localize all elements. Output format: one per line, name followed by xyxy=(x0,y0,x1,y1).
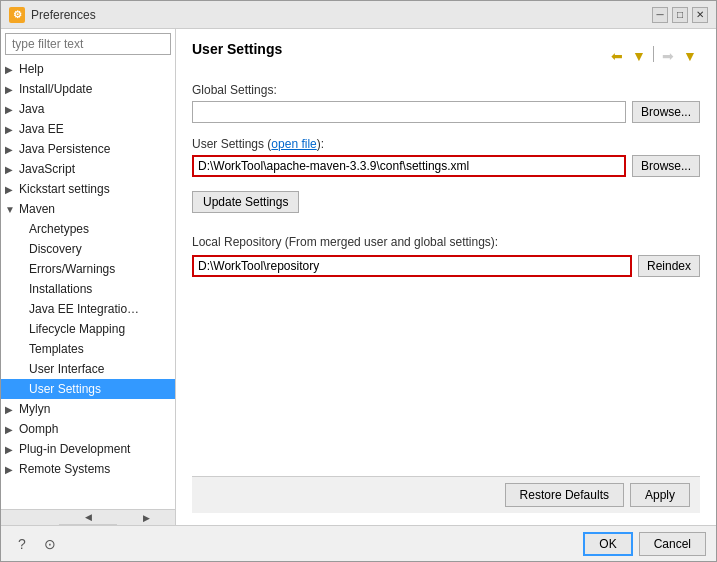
sidebar-item-javascript[interactable]: ▶ JavaScript xyxy=(1,159,175,179)
sidebar-item-label: Help xyxy=(19,62,44,76)
sidebar-item-archetypes[interactable]: Archetypes xyxy=(1,219,175,239)
ok-button[interactable]: OK xyxy=(583,532,632,556)
info-icon: ⊙ xyxy=(44,536,56,552)
title-bar: ⚙ Preferences ─ □ ✕ xyxy=(1,1,716,29)
content-bottom-toolbar: Restore Defaults Apply xyxy=(192,476,700,513)
minimize-button[interactable]: ─ xyxy=(652,7,668,23)
update-settings-button[interactable]: Update Settings xyxy=(192,191,299,213)
page-title: User Settings xyxy=(192,41,282,57)
sidebar-item-label: Mylyn xyxy=(19,402,50,416)
sidebar-item-label: Templates xyxy=(29,342,84,356)
sidebar-item-plugin-dev[interactable]: ▶ Plug-in Development xyxy=(1,439,175,459)
user-settings-input[interactable] xyxy=(192,155,626,177)
sidebar-item-label: Oomph xyxy=(19,422,58,436)
sidebar-item-label: Archetypes xyxy=(29,222,89,236)
preferences-window: ⚙ Preferences ─ □ ✕ ▶ Help ▶ Install/Upd… xyxy=(0,0,717,562)
window-title: Preferences xyxy=(31,8,652,22)
sidebar-item-label: User Settings xyxy=(29,382,101,396)
sidebar-item-java-ee[interactable]: ▶ Java EE xyxy=(1,119,175,139)
content-header: User Settings ⬅ ▼ ➡ ▼ xyxy=(192,41,700,71)
nav-arrows: ⬅ ▼ ➡ ▼ xyxy=(607,46,700,66)
scroll-right-btn[interactable]: ▶ xyxy=(117,510,175,525)
maximize-button[interactable]: □ xyxy=(672,7,688,23)
expand-icon: ▶ xyxy=(5,464,19,475)
user-settings-row: Browse... xyxy=(192,155,700,177)
content-area: User Settings ⬅ ▼ ➡ ▼ Global Settings: B… xyxy=(176,29,716,525)
scroll-left-btn[interactable]: ◀ xyxy=(59,510,117,525)
sidebar-item-label: Java xyxy=(19,102,44,116)
sidebar-item-label: Maven xyxy=(19,202,55,216)
filter-input[interactable] xyxy=(5,33,171,55)
global-settings-label: Global Settings: xyxy=(192,83,700,97)
sidebar-item-label: Plug-in Development xyxy=(19,442,130,456)
title-bar-controls: ─ □ ✕ xyxy=(652,7,708,23)
main-content: ▶ Help ▶ Install/Update ▶ Java ▶ Java EE xyxy=(1,29,716,525)
sidebar-item-remote-systems[interactable]: ▶ Remote Systems xyxy=(1,459,175,479)
separator xyxy=(653,46,654,62)
update-settings-group: Update Settings xyxy=(192,191,700,213)
user-settings-label-prefix: User Settings ( xyxy=(192,137,271,151)
expand-icon: ▶ xyxy=(5,124,19,135)
sidebar-item-discovery[interactable]: Discovery xyxy=(1,239,175,259)
apply-button[interactable]: Apply xyxy=(630,483,690,507)
restore-defaults-button[interactable]: Restore Defaults xyxy=(505,483,624,507)
nav-forward-button[interactable]: ➡ xyxy=(658,46,678,66)
footer-right: OK Cancel xyxy=(583,532,706,556)
expand-icon: ▶ xyxy=(5,444,19,455)
sidebar-item-install-update[interactable]: ▶ Install/Update xyxy=(1,79,175,99)
sidebar-item-user-settings[interactable]: User Settings xyxy=(1,379,175,399)
user-settings-group: User Settings (open file): Browse... xyxy=(192,137,700,177)
sidebar-item-errors-warnings[interactable]: Errors/Warnings xyxy=(1,259,175,279)
local-repo-input[interactable] xyxy=(192,255,632,277)
sidebar-item-label: User Interface xyxy=(29,362,104,376)
sidebar-item-java-persistence[interactable]: ▶ Java Persistence xyxy=(1,139,175,159)
info-button[interactable]: ⊙ xyxy=(39,533,61,555)
sidebar-item-installations[interactable]: Installations xyxy=(1,279,175,299)
sidebar-item-java-ee-integration[interactable]: Java EE Integratio… xyxy=(1,299,175,319)
expand-icon: ▶ xyxy=(5,84,19,95)
local-repo-group: Local Repository (From merged user and g… xyxy=(192,227,700,277)
sidebar-item-label: JavaScript xyxy=(19,162,75,176)
expand-icon: ▶ xyxy=(5,404,19,415)
expand-icon: ▶ xyxy=(5,424,19,435)
sidebar-item-label: Discovery xyxy=(29,242,82,256)
sidebar-item-help[interactable]: ▶ Help xyxy=(1,59,175,79)
sidebar-item-label: Java Persistence xyxy=(19,142,110,156)
cancel-button[interactable]: Cancel xyxy=(639,532,706,556)
close-button[interactable]: ✕ xyxy=(692,7,708,23)
global-settings-input[interactable] xyxy=(192,101,626,123)
nav-dropdown-button[interactable]: ▼ xyxy=(629,46,649,66)
sidebar-item-label: Java EE Integratio… xyxy=(29,302,139,316)
sidebar-item-lifecycle-mapping[interactable]: Lifecycle Mapping xyxy=(1,319,175,339)
help-button[interactable]: ? xyxy=(11,533,33,555)
sidebar-item-maven[interactable]: ▼ Maven xyxy=(1,199,175,219)
expand-icon: ▶ xyxy=(5,184,19,195)
expand-icon: ▼ xyxy=(5,204,19,215)
tree-container: ▶ Help ▶ Install/Update ▶ Java ▶ Java EE xyxy=(1,59,175,509)
open-file-link[interactable]: open file xyxy=(271,137,316,151)
app-icon: ⚙ xyxy=(9,7,25,23)
reindex-button[interactable]: Reindex xyxy=(638,255,700,277)
user-settings-label-suffix: ): xyxy=(317,137,324,151)
sidebar-item-label: Errors/Warnings xyxy=(29,262,115,276)
sidebar-item-templates[interactable]: Templates xyxy=(1,339,175,359)
global-browse-button[interactable]: Browse... xyxy=(632,101,700,123)
nav-back-button[interactable]: ⬅ xyxy=(607,46,627,66)
sidebar-item-kickstart[interactable]: ▶ Kickstart settings xyxy=(1,179,175,199)
footer-left: ? ⊙ xyxy=(11,533,61,555)
sidebar-item-label: Java EE xyxy=(19,122,64,136)
global-settings-row: Browse... xyxy=(192,101,700,123)
expand-icon: ▶ xyxy=(5,104,19,115)
local-repo-label: Local Repository (From merged user and g… xyxy=(192,235,700,249)
help-icon: ? xyxy=(18,536,26,552)
sidebar-scrollbar[interactable] xyxy=(1,510,59,525)
nav-forward-dropdown-button[interactable]: ▼ xyxy=(680,46,700,66)
expand-icon: ▶ xyxy=(5,144,19,155)
sidebar-item-user-interface[interactable]: User Interface xyxy=(1,359,175,379)
sidebar-item-label: Remote Systems xyxy=(19,462,110,476)
sidebar-item-java[interactable]: ▶ Java xyxy=(1,99,175,119)
sidebar-item-label: Installations xyxy=(29,282,92,296)
sidebar-item-oomph[interactable]: ▶ Oomph xyxy=(1,419,175,439)
user-browse-button[interactable]: Browse... xyxy=(632,155,700,177)
sidebar-item-mylyn[interactable]: ▶ Mylyn xyxy=(1,399,175,419)
